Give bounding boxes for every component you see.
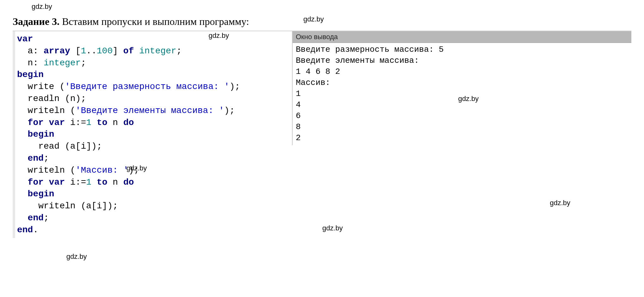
code-token: 'Массив: ' [76, 165, 129, 175]
output-line: 6 [296, 111, 301, 121]
code-token: n [107, 118, 123, 128]
panels: var a: array [1..100] of integer; n: int… [13, 31, 631, 238]
task-heading: Задание 3. Вставим пропуски и выполним п… [13, 16, 631, 27]
code-token: var [17, 34, 33, 44]
output-line: 4 [296, 100, 301, 110]
code-token: end [28, 153, 44, 163]
output-line: 1 4 6 8 2 [296, 67, 340, 76]
code-token: to [97, 177, 107, 187]
code-token [134, 46, 139, 56]
code-panel: var a: array [1..100] of integer; n: int… [13, 31, 292, 238]
output-line: 1 [296, 89, 301, 98]
code-token: do [123, 177, 134, 187]
code-token [44, 118, 49, 128]
code-token [44, 177, 49, 187]
code-token: 1 [86, 177, 91, 187]
code-token: var [49, 118, 65, 128]
code-token: ; [44, 153, 49, 163]
code-token: ; [176, 46, 182, 56]
output-panel: Окно вывода Введите размерность массива:… [292, 31, 631, 145]
output-line: Введите элементы массива: [296, 56, 419, 65]
code-token: 'Введите элементы массива: ' [76, 106, 224, 116]
code-token: 'Введите размерность массива: ' [65, 82, 229, 92]
code-token: readln (n); [17, 94, 86, 104]
output-header: Окно вывода [293, 31, 631, 43]
code-token: n: [17, 58, 44, 68]
code-token [91, 118, 97, 128]
code-token: writeln ( [17, 106, 76, 116]
code-token: of [123, 46, 134, 56]
code-token: end [28, 213, 44, 223]
code-token: n [107, 177, 123, 187]
code-token: var [49, 177, 65, 187]
code-token: ); [129, 165, 139, 175]
code-token: ] [112, 46, 123, 56]
code-token: for [28, 118, 44, 128]
code-token: i:= [65, 118, 86, 128]
code-token: 1 [86, 118, 91, 128]
code-token: do [123, 118, 134, 128]
code-token: 100 [97, 46, 112, 56]
code-token: [ [70, 46, 81, 56]
code-token: writeln ( [17, 165, 76, 175]
code-token [17, 213, 28, 223]
code-token: array [44, 46, 70, 56]
code-token: to [97, 118, 107, 128]
code-token [91, 177, 97, 187]
code-token: for [28, 177, 44, 187]
task-label: Задание 3. [13, 16, 59, 27]
code-token [17, 153, 28, 163]
output-body: Введите размерность массива: 5 Введите э… [293, 43, 631, 145]
code-token: begin [17, 70, 44, 80]
code-token: . [33, 225, 38, 235]
watermark: gdz.by [32, 3, 52, 11]
code-token: writeln (a[i]); [17, 201, 118, 211]
output-line: Массив: [296, 78, 330, 87]
code-token: i:= [65, 177, 86, 187]
code-token: write ( [17, 82, 65, 92]
code-token: ; [81, 58, 86, 68]
task-text: Вставим пропуски и выполним программу: [59, 16, 249, 27]
code-token [17, 129, 28, 139]
code-token: a: [17, 46, 44, 56]
output-line: Введите размерность массива: 5 [296, 45, 444, 54]
code-token: begin [28, 129, 54, 139]
code-token: ); [229, 82, 240, 92]
code-token: ; [44, 213, 49, 223]
code-token: .. [86, 46, 97, 56]
code-token: begin [28, 189, 54, 199]
code-token [17, 189, 28, 199]
code-token: read (a[i]); [17, 141, 102, 151]
code-token [17, 177, 28, 187]
code-token: integer [44, 58, 81, 68]
output-line: 8 [296, 122, 301, 132]
code-token: 1 [81, 46, 86, 56]
code-token: end [17, 225, 33, 235]
output-line: 2 [296, 133, 301, 143]
code-token: ); [224, 106, 235, 116]
code-token: integer [139, 46, 177, 56]
code-token [17, 118, 28, 128]
